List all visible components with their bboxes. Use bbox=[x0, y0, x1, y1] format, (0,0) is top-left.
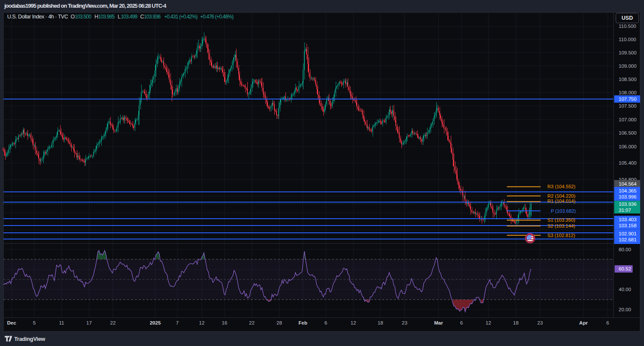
svg-text:60.52: 60.52 bbox=[619, 266, 631, 271]
svg-text:103.158: 103.158 bbox=[619, 223, 637, 228]
svg-text:20.00: 20.00 bbox=[619, 307, 631, 312]
svg-text:R1 (104.014): R1 (104.014) bbox=[547, 199, 576, 204]
svg-text:103.936: 103.936 bbox=[144, 14, 161, 20]
svg-text:107.000: 107.000 bbox=[619, 117, 637, 122]
svg-text:107.500: 107.500 bbox=[619, 103, 637, 108]
svg-text:103.936: 103.936 bbox=[619, 202, 637, 207]
svg-text:31:07: 31:07 bbox=[619, 208, 631, 213]
svg-text:108.500: 108.500 bbox=[619, 77, 637, 82]
svg-text:17: 17 bbox=[86, 320, 92, 325]
svg-text:108.000: 108.000 bbox=[619, 90, 637, 95]
svg-text:S2 (103.144): S2 (103.144) bbox=[547, 223, 575, 229]
svg-text:R2 (104.220): R2 (104.220) bbox=[547, 193, 576, 199]
svg-text:18: 18 bbox=[378, 320, 383, 325]
svg-text:11: 11 bbox=[59, 320, 64, 325]
svg-text:Apr: Apr bbox=[579, 320, 588, 325]
svg-text:+0.431 (+0.42%): +0.431 (+0.42%) bbox=[164, 14, 197, 20]
svg-text:105.400: 105.400 bbox=[619, 160, 637, 165]
svg-text:106.000: 106.000 bbox=[619, 144, 637, 149]
svg-text:103.499: 103.499 bbox=[121, 14, 137, 20]
svg-text:Dec: Dec bbox=[7, 320, 16, 325]
svg-text:103.985: 103.985 bbox=[98, 14, 115, 20]
svg-text:107.750: 107.750 bbox=[619, 96, 637, 102]
svg-text:+0.476 (+0.46%): +0.476 (+0.46%) bbox=[200, 14, 234, 20]
svg-text:106.500: 106.500 bbox=[619, 130, 637, 135]
svg-text:109.500: 109.500 bbox=[619, 50, 637, 55]
svg-text:U.S. Dollar Index · 4h · TVC: U.S. Dollar Index · 4h · TVC bbox=[7, 14, 68, 20]
svg-text:USD: USD bbox=[622, 15, 633, 21]
svg-text:Mar: Mar bbox=[434, 320, 443, 325]
svg-text:22: 22 bbox=[110, 320, 116, 325]
svg-text:Feb: Feb bbox=[298, 320, 307, 325]
svg-text:C: C bbox=[140, 14, 144, 20]
svg-text:7: 7 bbox=[176, 320, 179, 325]
svg-text:109.000: 109.000 bbox=[619, 63, 637, 69]
svg-text:2025: 2025 bbox=[150, 320, 161, 325]
svg-text:110.000: 110.000 bbox=[619, 37, 636, 42]
svg-text:103.403: 103.403 bbox=[619, 217, 637, 222]
svg-text:22: 22 bbox=[249, 320, 255, 325]
svg-text:TradingView: TradingView bbox=[14, 336, 46, 342]
svg-text:6: 6 bbox=[606, 320, 609, 325]
svg-text:12: 12 bbox=[351, 320, 356, 325]
svg-text:80.00: 80.00 bbox=[619, 247, 631, 252]
svg-text:P (103.682): P (103.682) bbox=[551, 208, 576, 214]
svg-text:6: 6 bbox=[460, 320, 463, 325]
svg-text:O: O bbox=[71, 14, 75, 20]
svg-text:23: 23 bbox=[538, 320, 543, 325]
svg-text:S3 (102.812): S3 (102.812) bbox=[547, 233, 575, 238]
svg-text:110.500: 110.500 bbox=[619, 24, 636, 29]
svg-text:12: 12 bbox=[199, 320, 205, 325]
svg-text:103.996: 103.996 bbox=[619, 194, 637, 199]
svg-text:104.365: 104.365 bbox=[619, 188, 637, 193]
svg-text:12: 12 bbox=[486, 320, 491, 325]
svg-text:102.901: 102.901 bbox=[619, 231, 637, 236]
svg-text:104.564: 104.564 bbox=[619, 181, 637, 187]
svg-text:16: 16 bbox=[222, 320, 228, 325]
svg-text:5: 5 bbox=[33, 320, 36, 325]
svg-text:103.500: 103.500 bbox=[75, 14, 91, 20]
svg-text:R3 (104.552): R3 (104.552) bbox=[547, 184, 576, 189]
svg-text:23: 23 bbox=[402, 320, 407, 325]
svg-text:40.00: 40.00 bbox=[619, 287, 631, 292]
svg-text:18: 18 bbox=[513, 320, 519, 325]
svg-text:joodabas1995 published on Trad: joodabas1995 published on TradingView.co… bbox=[4, 3, 167, 9]
svg-text:L: L bbox=[118, 14, 121, 20]
svg-text:6: 6 bbox=[325, 320, 327, 325]
svg-text:28: 28 bbox=[276, 320, 282, 325]
svg-text:S1 (103.350): S1 (103.350) bbox=[547, 217, 575, 223]
svg-text:102.681: 102.681 bbox=[619, 237, 637, 242]
